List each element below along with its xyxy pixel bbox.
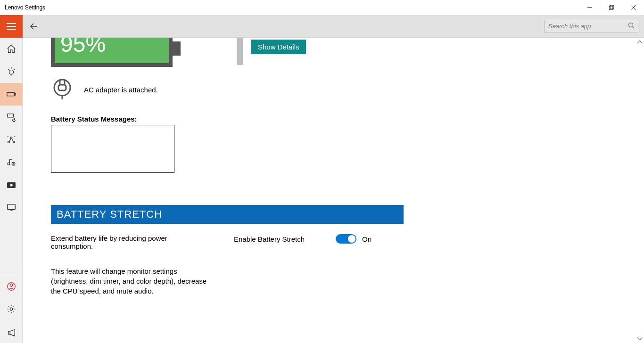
svg-point-25 xyxy=(8,163,10,165)
svg-line-13 xyxy=(8,69,9,70)
svg-point-22 xyxy=(10,137,12,139)
svg-rect-16 xyxy=(7,92,15,96)
minimize-button[interactable] xyxy=(579,0,601,15)
svg-rect-2 xyxy=(610,5,614,9)
svg-line-10 xyxy=(633,26,635,28)
search-icon xyxy=(628,22,635,31)
svg-point-20 xyxy=(8,141,10,143)
sidebar-item-feedback[interactable] xyxy=(0,320,23,343)
svg-line-24 xyxy=(12,139,13,141)
search-input[interactable] xyxy=(548,23,628,30)
svg-rect-18 xyxy=(8,114,14,117)
svg-rect-30 xyxy=(8,204,16,210)
sidebar-item-settings[interactable] xyxy=(0,298,23,320)
sidebar-item-input[interactable] xyxy=(0,106,23,128)
sidebar-item-camera[interactable] xyxy=(0,173,23,196)
main-content: 95% Show Details AC adapter is attached.… xyxy=(23,38,644,343)
svg-rect-17 xyxy=(14,93,16,95)
battery-graphic: 95% xyxy=(51,38,181,67)
window-controls xyxy=(579,0,644,15)
maximize-button[interactable] xyxy=(601,0,622,15)
sidebar-item-account[interactable] xyxy=(0,275,23,298)
svg-point-21 xyxy=(13,141,15,143)
stretch-description-2: This feature will change monitor setting… xyxy=(51,266,211,296)
sidebar-item-media[interactable] xyxy=(0,151,23,173)
sidebar-item-home[interactable] xyxy=(0,38,23,60)
battery-stretch-header: BATTERY STRETCH xyxy=(51,205,404,224)
scroll-up-icon[interactable] xyxy=(636,39,643,45)
svg-point-27 xyxy=(13,163,14,164)
stretch-description-1: Extend battery life by reducing power co… xyxy=(51,234,211,250)
scroll-down-icon[interactable] xyxy=(636,335,643,342)
svg-rect-38 xyxy=(58,85,66,90)
svg-rect-1 xyxy=(609,6,613,10)
sidebar-item-display[interactable] xyxy=(0,196,23,219)
battery-percent: 95% xyxy=(60,38,106,51)
sidebar-item-power[interactable] xyxy=(0,83,23,106)
svg-point-11 xyxy=(9,70,13,74)
toggle-state-text: On xyxy=(362,235,372,243)
svg-point-33 xyxy=(10,284,13,287)
sidebar xyxy=(0,38,23,343)
menu-button[interactable] xyxy=(0,15,23,38)
search-box[interactable] xyxy=(544,20,638,33)
status-messages-box xyxy=(51,125,174,173)
sidebar-item-ideas[interactable] xyxy=(0,60,23,83)
show-details-button[interactable]: Show Details xyxy=(251,40,306,54)
title-bar: Lenovo Settings xyxy=(0,0,644,15)
close-button[interactable] xyxy=(622,0,644,15)
enable-stretch-toggle[interactable] xyxy=(336,234,356,244)
svg-point-35 xyxy=(54,80,70,96)
sidebar-item-network[interactable] xyxy=(0,128,23,151)
back-button[interactable] xyxy=(23,15,45,38)
svg-line-23 xyxy=(9,139,11,141)
toolbar xyxy=(0,15,644,38)
battery-fill: 95% xyxy=(55,38,169,63)
svg-point-26 xyxy=(12,162,15,165)
enable-stretch-label: Enable Battery Stretch xyxy=(234,235,305,243)
svg-point-29 xyxy=(10,184,13,187)
svg-point-34 xyxy=(10,308,13,310)
svg-point-9 xyxy=(629,23,633,27)
ac-status-text: AC adapter is attached. xyxy=(84,86,158,94)
app-title: Lenovo Settings xyxy=(5,4,45,11)
svg-line-14 xyxy=(14,69,15,70)
battery-gauge-bar xyxy=(237,38,243,65)
search-container xyxy=(544,20,638,33)
plug-icon xyxy=(51,77,74,102)
status-messages-label: Battery Status Messages: xyxy=(51,115,644,123)
